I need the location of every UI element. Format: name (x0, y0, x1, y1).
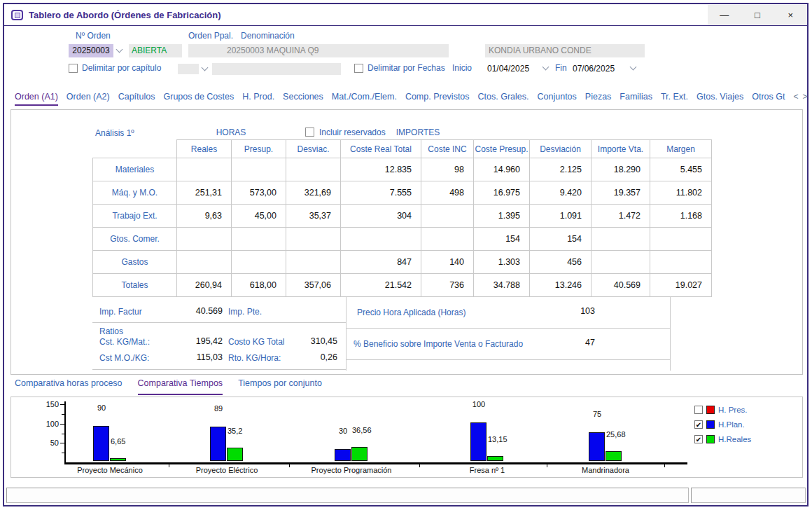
beneficio-value: 47 (501, 338, 595, 347)
incluir-reservados-checkbox[interactable] (305, 127, 314, 137)
cell (177, 158, 232, 181)
chapter-combo[interactable] (178, 64, 199, 74)
tab-mat-com-elem[interactable]: Mat./Com./Elem. (332, 92, 397, 106)
legend-checkbox-h-plan[interactable]: ✔ (694, 420, 703, 429)
x-category-label: Proyecto Eléctrico (171, 466, 283, 474)
denominacion-label: Denominación (241, 31, 295, 41)
tab-orden-a1[interactable]: Orden (A1) (15, 92, 58, 106)
maximize-icon[interactable]: □ (747, 10, 768, 20)
tab-piezas[interactable]: Piezas (585, 92, 612, 106)
cell: 35,37 (286, 205, 341, 228)
inicio-date-field[interactable]: 01/04/2025 (487, 63, 536, 75)
minimize-icon[interactable]: — (714, 10, 735, 20)
order-number-combo[interactable]: 20250003 (69, 44, 113, 57)
tab-comparativa-tiempos[interactable]: Comparativa Tiempos (138, 378, 223, 395)
cell (421, 205, 474, 228)
bar-h-reales (606, 451, 622, 461)
cell (286, 158, 341, 181)
precio-hora-label: Precio Hora Aplicada (Horas) (357, 308, 465, 317)
cell: 498 (421, 181, 474, 205)
bar-h-reales (487, 456, 503, 461)
legend-label: H.Reales (718, 435, 751, 443)
precio-hora-value: 103 (501, 306, 595, 316)
tab-secciones[interactable]: Secciones (283, 92, 323, 106)
fin-label: Fin (555, 63, 567, 73)
cell: 357,06 (286, 274, 341, 297)
cell: 9,63 (177, 205, 232, 228)
cell: 18.290 (592, 158, 650, 181)
y-axis (64, 401, 66, 464)
fin-date-field[interactable]: 07/06/2025 (573, 63, 622, 75)
order-number-label: Nº Orden (76, 31, 111, 41)
legend-swatch-h-reales (706, 435, 715, 443)
tab-scroll-left-icon[interactable]: < (793, 92, 802, 102)
legend-checkbox-h-reales[interactable]: ✔ (694, 435, 703, 443)
tab-grupos-de-costes[interactable]: Grupos de Costes (164, 92, 234, 106)
close-icon[interactable]: × (780, 10, 801, 20)
cell: 573,00 (232, 181, 286, 205)
delimit-chapter-checkbox[interactable] (69, 64, 78, 73)
table-row-trabajo-ext: Trabajo Ext.9,6345,0035,373041.3951.0911… (93, 205, 712, 228)
bar-h-plan (210, 427, 226, 461)
chevron-down-icon[interactable] (116, 46, 123, 53)
analysis-title: Análisis 1º (95, 128, 134, 138)
table-corner (93, 140, 177, 158)
tab-comparativa-horas-proceso[interactable]: Comparativa horas proceso (15, 378, 122, 395)
cell: 45,00 (232, 205, 286, 228)
legend-item-h-reales: ✔H.Reales (694, 434, 751, 444)
costo-kg-total-value: 310,45 (256, 336, 337, 346)
cell: 736 (421, 274, 474, 297)
ratios-label: Ratios (99, 326, 123, 336)
tab-comp-previstos[interactable]: Comp. Previstos (405, 92, 470, 106)
chevron-down-icon[interactable] (202, 64, 209, 71)
order-status-badge: ABIERTA (129, 44, 182, 57)
cell: 34.788 (474, 274, 530, 297)
tab-gtos-viajes[interactable]: Gtos. Viajes (696, 92, 743, 106)
cell (286, 251, 341, 274)
tab-h-prod[interactable]: H. Prod. (242, 92, 274, 106)
tab-familias[interactable]: Familias (620, 92, 652, 106)
cell (232, 228, 286, 251)
cell (650, 251, 712, 274)
cell: 19.027 (650, 274, 712, 297)
tab-conjuntos[interactable]: Conjuntos (538, 92, 577, 106)
column-header-presup: Presup. (232, 140, 286, 158)
delimit-dates-checkbox[interactable] (354, 64, 363, 73)
cell: 1.168 (650, 205, 712, 228)
tab-cap-tulos[interactable]: Capítulos (118, 92, 155, 106)
tab-tr-ext[interactable]: Tr. Ext. (661, 92, 688, 106)
cell: 1.472 (592, 205, 650, 228)
bar-value-label: 25,68 (606, 430, 626, 439)
y-tick-label: 150 (39, 400, 59, 408)
rto-kg-hora-value: 0,26 (256, 352, 337, 362)
cell (592, 228, 650, 251)
bar-value-label: 36,56 (352, 426, 372, 434)
row-label: Totales (93, 274, 177, 297)
column-header-coste-real-total: Coste Real Total (341, 140, 421, 158)
title-bar: Tablero de Abordo (Órdenes de Fabricació… (4, 4, 807, 26)
tab-ctos-grales[interactable]: Ctos. Grales. (478, 92, 529, 106)
cst-mo-kg-value: 115,03 (137, 352, 223, 362)
chevron-down-icon[interactable] (542, 64, 550, 71)
column-header-coste-presup: Coste Presup. (474, 140, 530, 158)
tab-orden-a2[interactable]: Orden (A2) (66, 92, 110, 106)
row-label: Gtos. Comer. (93, 228, 177, 251)
y-tick (60, 443, 64, 443)
chevron-down-icon[interactable] (630, 64, 637, 71)
cell: 456 (530, 251, 592, 274)
tab-tiempos-por-conjunto[interactable]: Tiempos por conjunto (238, 378, 322, 395)
row-label: Gastos (93, 251, 177, 274)
status-bar-left (6, 488, 689, 503)
x-category-label: Proyecto Programación (295, 466, 407, 474)
legend-checkbox-h-pres[interactable] (694, 406, 703, 414)
window-title: Tablero de Abordo (Órdenes de Fabricació… (29, 10, 221, 20)
bar-value-label: 13,15 (488, 435, 507, 443)
table-row-gtos-comer: Gtos. Comer.154154 (93, 228, 712, 251)
tab-scroll-right-icon[interactable]: > (802, 92, 811, 102)
cell: 251,31 (177, 181, 232, 205)
imp-pte-label: Imp. Pte. (228, 307, 262, 317)
divider (92, 369, 346, 370)
tab-otros-gt[interactable]: Otros Gt (752, 92, 785, 106)
cell: 14.960 (474, 158, 530, 181)
column-header-margen: Margen (650, 140, 712, 158)
